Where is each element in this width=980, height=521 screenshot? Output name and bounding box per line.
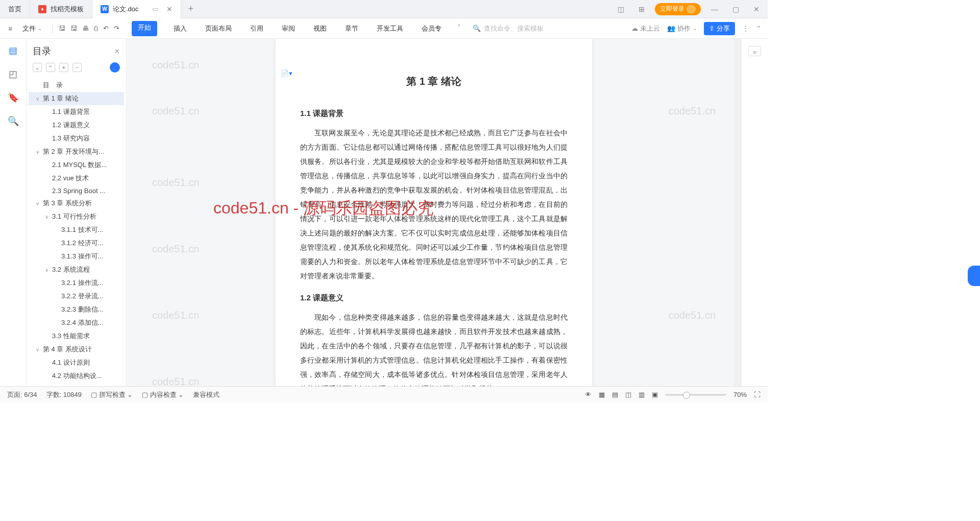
find-icon[interactable]: 🔍 xyxy=(8,115,19,127)
preview-icon[interactable]: ⎙ xyxy=(94,25,98,32)
outline-icon[interactable]: ▤ xyxy=(9,45,17,56)
outline-item-label: 2.3 Spring Boot ... xyxy=(52,187,105,195)
tab-home[interactable]: 首页 xyxy=(0,0,30,18)
outline-item[interactable]: 1.1 课题背景 xyxy=(29,105,124,119)
close-icon[interactable]: ✕ xyxy=(166,5,173,13)
view-layout3-icon[interactable]: ◫ xyxy=(625,391,631,398)
tab-devtools[interactable]: 开发工具 xyxy=(375,21,405,36)
save-icon[interactable]: 🖫 xyxy=(59,25,65,32)
undo-icon[interactable]: ↶ xyxy=(103,25,109,32)
view-layout1-icon[interactable]: ▦ xyxy=(599,391,605,398)
menu-icon[interactable]: ≡ xyxy=(6,22,14,35)
layout-icon[interactable]: ◫ xyxy=(614,3,628,15)
document-area[interactable]: code51.cn code51.cn code51.cn code51.cn … xyxy=(127,39,741,386)
outline-item[interactable]: 2.2 vue 技术 xyxy=(29,172,124,185)
section-icon[interactable]: ◰ xyxy=(9,68,17,80)
remove-icon[interactable]: − xyxy=(72,63,82,72)
collab-button[interactable]: 👥 协作 ⌄ xyxy=(667,24,697,33)
outline-item[interactable]: 3.2.4 添加信... xyxy=(29,316,124,329)
tab-document[interactable]: W 论文.doc ▭ ✕ xyxy=(92,0,181,18)
outline-item[interactable]: 1.3 研究内容 xyxy=(29,132,124,145)
panel-toggle-icon[interactable]: ≡ xyxy=(748,46,762,56)
presentation-icon[interactable]: ▭ xyxy=(152,5,158,13)
cloud-icon: ☁ xyxy=(631,25,638,32)
ai-icon[interactable] xyxy=(110,62,120,73)
outline-item[interactable]: 目 录 xyxy=(29,79,124,92)
print-icon[interactable]: 🖶 xyxy=(82,25,89,32)
outline-item[interactable]: 3.2.3 删除信... xyxy=(29,303,124,316)
redo-icon[interactable]: ↷ xyxy=(114,25,119,32)
outline-item[interactable]: 1.2 课题意义 xyxy=(29,119,124,132)
maximize-icon[interactable]: ▢ xyxy=(728,3,743,15)
save-as-icon[interactable]: 🖫 xyxy=(70,25,77,32)
cloud-status[interactable]: ☁ 未上云 xyxy=(631,24,660,33)
zoom-slider[interactable] xyxy=(665,394,726,396)
doc-icon[interactable]: 📄▾ xyxy=(281,69,292,77)
more-tabs-icon[interactable]: › xyxy=(458,21,460,36)
settings-icon[interactable]: ▣ xyxy=(652,391,658,398)
tab-chapter[interactable]: 章节 xyxy=(343,21,360,36)
left-sidebar: ▤ ◰ 🔖 🔍 xyxy=(0,39,27,386)
tab-view[interactable]: 视图 xyxy=(311,21,329,36)
share-button[interactable]: ⇪ 分享 xyxy=(704,22,735,35)
status-words[interactable]: 字数: 10849 xyxy=(46,390,82,399)
outline-item[interactable]: 4.2 功能结构设... xyxy=(29,369,124,383)
outline-item-label: 第 1 章 绪论 xyxy=(43,94,79,103)
outline-item[interactable]: ∨第 1 章 绪论 xyxy=(29,92,124,105)
collapse-all-icon[interactable]: ⌄ xyxy=(33,63,42,72)
bookmark-icon[interactable]: 🔖 xyxy=(8,92,19,103)
outline-item-label: 3.2.2 登录流... xyxy=(61,292,103,301)
more-icon[interactable]: ⋮ xyxy=(742,25,749,32)
scrollbar[interactable] xyxy=(734,39,741,386)
outline-item[interactable]: 3.2.1 操作流... xyxy=(29,276,124,290)
outline-item[interactable]: 4.1 设计原则 xyxy=(29,356,124,369)
outline-item[interactable]: 3.1.2 经济可... xyxy=(29,236,124,250)
new-tab-button[interactable]: + xyxy=(181,4,201,14)
outline-item[interactable]: 3.1.1 技术可... xyxy=(29,223,124,236)
fullscreen-icon[interactable]: ⛶ xyxy=(754,391,761,398)
watermark: code51.cn xyxy=(669,310,716,321)
search-input[interactable]: 🔍 查找命令、搜索模板 xyxy=(473,24,544,33)
status-compat[interactable]: 兼容模式 xyxy=(193,390,219,399)
status-spell[interactable]: ▢ 拼写检查 ⌄ xyxy=(91,390,133,399)
tab-start[interactable]: 开始 xyxy=(132,21,157,36)
tab-member[interactable]: 会员专 xyxy=(420,21,444,36)
watermark: code51.cn xyxy=(669,105,716,117)
outline-item[interactable]: 2.1 MYSQL 数据... xyxy=(29,158,124,172)
outline-item[interactable]: 2.3 Spring Boot ... xyxy=(29,185,124,197)
tab-layout[interactable]: 页面布局 xyxy=(203,21,234,36)
apps-icon[interactable]: ⊞ xyxy=(634,3,649,15)
collapse-ribbon-icon[interactable]: ⌃ xyxy=(756,25,762,32)
expand-all-icon[interactable]: ⌃ xyxy=(46,63,55,72)
login-button[interactable]: 立即登录 xyxy=(655,3,701,15)
outline-panel: 目录 ✕ ⌄ ⌃ + − 目 录∨第 1 章 绪论1.1 课题背景1.2 课题意… xyxy=(27,39,127,386)
view-layout4-icon[interactable]: ▥ xyxy=(639,391,645,398)
outline-item[interactable]: ∨第 3 章 系统分析 xyxy=(29,197,124,210)
minimize-icon[interactable]: — xyxy=(707,3,722,15)
outline-item-label: 1.2 课题意义 xyxy=(52,121,90,130)
watermark: code51.cn xyxy=(152,177,199,188)
outline-item[interactable]: 3.1.3 操作可... xyxy=(29,250,124,263)
outline-item[interactable]: ∨第 4 章 系统设计 xyxy=(29,343,124,356)
window-close-icon[interactable]: ✕ xyxy=(749,3,764,15)
zoom-value[interactable]: 70% xyxy=(733,391,747,398)
file-menu[interactable]: 文件 ⌄ xyxy=(18,22,46,35)
status-content[interactable]: ▢ 内容检查 ⌄ xyxy=(142,390,184,399)
tab-template[interactable]: ♦ 找稻壳模板 xyxy=(30,0,92,18)
view-read-icon[interactable]: 👁 xyxy=(585,391,592,398)
outline-item-label: 1.3 研究内容 xyxy=(52,134,90,143)
outline-item[interactable]: ∨第 2 章 开发环境与... xyxy=(29,145,124,158)
tab-insert[interactable]: 插入 xyxy=(172,21,189,36)
outline-item[interactable]: 3.2.2 登录流... xyxy=(29,290,124,303)
outline-item[interactable]: 3.3 性能需求 xyxy=(29,329,124,343)
tab-review[interactable]: 审阅 xyxy=(280,21,297,36)
close-icon[interactable]: ✕ xyxy=(114,48,120,55)
status-page[interactable]: 页面: 6/34 xyxy=(7,390,37,399)
view-layout2-icon[interactable]: ▤ xyxy=(612,391,618,398)
outline-item[interactable]: ∨3.2 系统流程 xyxy=(29,263,124,276)
outline-item[interactable]: ∨3.1 可行性分析 xyxy=(29,210,124,223)
add-icon[interactable]: + xyxy=(59,63,68,72)
tab-reference[interactable]: 引用 xyxy=(248,21,265,36)
watermark: code51.cn xyxy=(152,243,199,255)
search-placeholder: 查找命令、搜索模板 xyxy=(484,24,544,33)
